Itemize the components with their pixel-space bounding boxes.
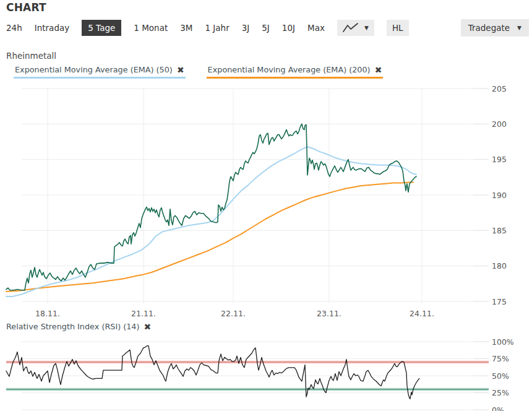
x-axis-label: 24.11. [410, 309, 434, 318]
y-axis-label: 205 [492, 84, 507, 93]
y-axis-label: 175 [492, 297, 507, 306]
series-ema-200 [6, 182, 413, 292]
x-axis-label: 18.11. [35, 309, 60, 318]
remove-indicator-icon[interactable]: ✖ [177, 66, 184, 74]
indicator-chip-ema-200: Exponential Moving Average (EMA) (200) ✖ [207, 64, 384, 79]
y-axis-label: 75% [492, 354, 509, 363]
range-tab-24h[interactable]: 24h [6, 20, 22, 36]
range-tab-3m[interactable]: 3M [180, 20, 192, 36]
y-axis-label: 25% [492, 388, 509, 397]
remove-indicator-icon[interactable]: ✖ [375, 66, 382, 74]
y-axis-label: 50% [492, 371, 509, 381]
range-tab-10j[interactable]: 10J [282, 20, 295, 36]
y-axis-label: 200 [492, 119, 507, 129]
x-axis-label: 21.11. [131, 309, 156, 318]
remove-indicator-icon[interactable]: ✖ [144, 322, 152, 331]
series-rsi [6, 346, 419, 399]
indicator-chip-rsi: Relative Strength Index (RSI) (14) ✖ [6, 322, 151, 331]
line-chart-icon [343, 22, 359, 33]
range-tabs: 24hIntraday5 Tage1 Monat3M1 Jahr3J5J10JM… [6, 20, 325, 36]
exchange-dropdown[interactable]: Tradegate ▼ [461, 19, 529, 37]
symbol-name: Rheinmetall [6, 51, 56, 61]
rsi-chart[interactable]: 100%75%50%25%0% [0, 337, 532, 411]
x-axis-label: 23.11. [317, 309, 341, 318]
indicator-label: Exponential Moving Average (EMA) (200) [208, 65, 371, 74]
range-tab-1-jahr[interactable]: 1 Jahr [205, 20, 229, 36]
chevron-down-icon: ▼ [364, 25, 369, 31]
range-tab-3j[interactable]: 3J [242, 20, 250, 36]
y-axis-label: 185 [492, 226, 507, 235]
range-tab-max[interactable]: Max [307, 20, 325, 36]
range-tab-5-tage[interactable]: 5 Tage [82, 20, 121, 36]
page-title: CHART [6, 1, 46, 14]
exchange-label: Tradegate [468, 23, 510, 33]
chart-type-button[interactable]: ▼ [337, 20, 374, 36]
y-axis-label: 100% [492, 337, 514, 347]
indicator-chip-ema-50: Exponential Moving Average (EMA) (50) ✖ [14, 64, 186, 79]
series-price [6, 124, 416, 290]
y-axis-label: 180 [492, 261, 507, 270]
range-tab-1-monat[interactable]: 1 Monat [134, 20, 168, 36]
chart-widget: CHART 24hIntraday5 Tage1 Monat3M1 Jahr3J… [0, 0, 532, 411]
range-tab-5j[interactable]: 5J [262, 20, 270, 36]
y-axis-label: 0% [492, 405, 504, 411]
indicator-label: Exponential Moving Average (EMA) (50) [15, 65, 173, 74]
x-axis-label: 22.11. [221, 309, 246, 318]
chevron-down-icon: ▼ [517, 25, 521, 31]
indicator-chips: Exponential Moving Average (EMA) (50) ✖ … [14, 64, 383, 79]
toolbar: 24hIntraday5 Tage1 Monat3M1 Jahr3J5J10JM… [6, 19, 529, 37]
y-axis-label: 190 [492, 191, 507, 200]
range-tab-intraday[interactable]: Intraday [35, 20, 70, 36]
hl-button[interactable]: HL [387, 20, 409, 36]
indicator-label: Relative Strength Index (RSI) (14) [6, 322, 140, 331]
y-axis-label: 195 [492, 155, 507, 164]
price-chart[interactable]: 20520019519018518017518.11.21.11.22.11.2… [0, 80, 532, 319]
